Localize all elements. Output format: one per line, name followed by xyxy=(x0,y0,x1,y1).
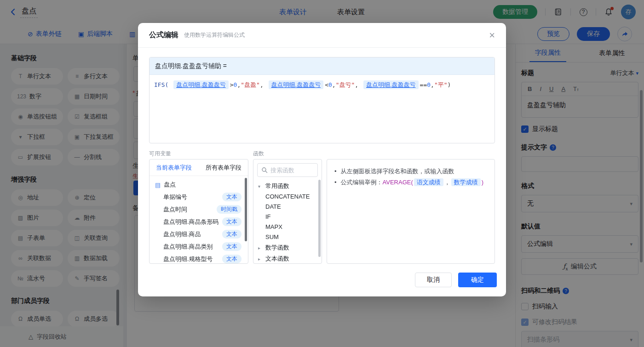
function-item[interactable]: CONCATENATE xyxy=(253,192,322,202)
function-search-input[interactable] xyxy=(270,167,313,174)
formula-token: , xyxy=(355,81,362,88)
close-icon[interactable]: × xyxy=(489,30,495,40)
formula-token: , xyxy=(332,81,336,88)
variable-type-badge: 文本 xyxy=(222,242,242,251)
tab-current-form-fields[interactable]: 当前表单字段 xyxy=(156,164,192,172)
variable-field-name: 盘点明细.商品 xyxy=(163,230,201,239)
formula-editor: 盘点明细.盘盈盘亏辅助 = IFS( 盘点明细.盘盈盘亏>0,"盘盈", 盘点明… xyxy=(149,57,495,143)
tab-all-form-fields[interactable]: 所有表单字段 xyxy=(206,164,242,172)
modal-footer: 取消 确定 xyxy=(415,273,497,287)
variable-field-item[interactable]: 单据编号 文本 xyxy=(150,191,248,203)
variables-column: 可用变量 当前表单字段 所有表单字段 ▤ 盘点 单据编号 xyxy=(149,150,248,264)
help-column: • 从左侧面板选择字段名和函数，或输入函数 • 公式编辑举例：AVERAGE(语… xyxy=(327,150,495,264)
example-field-chip: 数学成绩 xyxy=(451,178,481,186)
confirm-button[interactable]: 确定 xyxy=(458,273,497,287)
help-example: 公式编辑举例：AVERAGE(语文成绩，数学成绩) xyxy=(341,178,484,187)
variable-field-item[interactable]: 盘点明细.商品 文本 xyxy=(150,228,248,240)
variables-tree: ▤ 盘点 单据编号 文本 盘点时间 时间 xyxy=(150,176,248,264)
formula-token: 盘点明细.盘盈盘亏 xyxy=(269,80,324,89)
variable-field-name: 盘点明细.商品条形码 xyxy=(163,218,219,226)
variable-type-badge: 文本 xyxy=(222,230,242,239)
variables-label: 可用变量 xyxy=(149,150,248,159)
function-group-math[interactable]: ▸ 数学函数 xyxy=(253,242,322,253)
chevron-right-icon: ▸ xyxy=(258,245,263,250)
formula-token: 盘点明细.盘盈盘亏 xyxy=(173,80,229,89)
formula-token: ) xyxy=(448,81,451,88)
function-item[interactable]: MAPX xyxy=(253,222,322,232)
functions-panel: ▾ 常用函数 CONCATENATEDATEIFMAPXSUM ▸ 数学函数 ▸… xyxy=(253,159,322,264)
formula-token: 0 xyxy=(328,81,332,88)
example-function-open: AVERAGE( xyxy=(383,179,413,186)
formula-token: , xyxy=(260,81,267,88)
help-line-2: • 公式编辑举例：AVERAGE(语文成绩，数学成绩) xyxy=(334,178,487,187)
variable-field-item[interactable]: 盘点明细.商品类别 文本 xyxy=(150,240,248,253)
variables-panel: 当前表单字段 所有表单字段 ▤ 盘点 单据编号 文本 xyxy=(149,159,248,264)
function-search-box xyxy=(257,163,318,177)
variable-field-name: 盘点明细.规格型号 xyxy=(163,255,213,263)
modal-title: 公式编辑 xyxy=(149,30,178,40)
functions-label: 函数 xyxy=(253,150,322,159)
formula-token: , xyxy=(431,81,434,88)
functions-column: 函数 ▾ 常用函数 CONCATENATEDATEIFMAPXSUM ▸ xyxy=(253,150,322,264)
help-panel: • 从左侧面板选择字段名和函数，或输入函数 • 公式编辑举例：AVERAGE(语… xyxy=(327,159,495,264)
form-file-icon: ▤ xyxy=(155,182,161,188)
variable-field-name: 单据编号 xyxy=(163,193,187,201)
function-group-text[interactable]: ▸ 文本函数 xyxy=(253,253,322,264)
variables-tabs: 当前表单字段 所有表单字段 xyxy=(150,159,248,176)
tree-root-item[interactable]: ▤ 盘点 xyxy=(150,179,248,191)
function-item[interactable]: IF xyxy=(253,212,322,222)
formula-edit-modal: 公式编辑 使用数学运算符编辑公式 × 盘点明细.盘盈盘亏辅助 = IFS( 盘点… xyxy=(138,23,506,296)
formula-token: IFS( xyxy=(154,81,172,88)
help-label-spacer xyxy=(327,150,495,159)
variables-scrollbar[interactable] xyxy=(245,178,247,241)
function-item[interactable]: SUM xyxy=(253,232,322,242)
variable-type-badge: 文本 xyxy=(222,217,242,226)
bullet: • xyxy=(334,178,337,187)
formula-token: > xyxy=(230,81,234,88)
modal-subtitle: 使用数学运算符编辑公式 xyxy=(184,31,245,39)
formula-token: == xyxy=(420,81,427,88)
example-field-chip: 语文成绩 xyxy=(414,178,443,186)
variable-field-name: 盘点时间 xyxy=(163,205,187,214)
formula-token: "盘亏" xyxy=(336,81,355,88)
modal-header: 公式编辑 使用数学运算符编辑公式 × xyxy=(138,23,506,48)
function-tree: ▾ 常用函数 CONCATENATEDATEIFMAPXSUM ▸ 数学函数 ▸… xyxy=(253,181,322,264)
function-item[interactable]: DATE xyxy=(253,202,322,212)
variable-type-badge: 时间戳 xyxy=(217,205,242,214)
search-icon xyxy=(261,167,268,173)
formula-token: "盘盈" xyxy=(241,81,260,88)
help-line-1: • 从左侧面板选择字段名和函数，或输入函数 xyxy=(334,167,487,176)
formula-code-area[interactable]: IFS( 盘点明细.盘盈盘亏>0,"盘盈", 盘点明细.盘盈盘亏<0,"盘亏",… xyxy=(150,75,494,95)
variable-type-badge: 文本 xyxy=(222,255,242,263)
example-function-close: ) xyxy=(482,179,483,186)
formula-token: "平" xyxy=(434,81,448,88)
cancel-button[interactable]: 取消 xyxy=(415,273,452,287)
formula-target: 盘点明细.盘盈盘亏辅助 = xyxy=(150,57,494,75)
formula-token: 0 xyxy=(427,81,431,88)
variable-field-name: 盘点明细.商品类别 xyxy=(163,243,213,251)
modal-panels: 可用变量 当前表单字段 所有表单字段 ▤ 盘点 单据编号 xyxy=(149,150,495,264)
variable-field-item[interactable]: 盘点时间 时间戳 xyxy=(150,203,248,216)
variable-field-item[interactable]: 盘点明细.规格型号 文本 xyxy=(150,253,248,264)
functions-scrollbar[interactable] xyxy=(318,180,321,257)
chevron-down-icon: ▾ xyxy=(258,184,263,189)
chevron-right-icon: ▸ xyxy=(258,256,263,262)
variable-type-badge: 文本 xyxy=(222,193,242,201)
variable-field-item[interactable]: 盘点明细.商品条形码 文本 xyxy=(150,216,248,228)
bullet: • xyxy=(334,167,337,176)
function-group-common[interactable]: ▾ 常用函数 xyxy=(253,181,322,192)
formula-token: 盘点明细.盘盈盘亏 xyxy=(363,80,419,89)
formula-token: < xyxy=(325,81,328,88)
